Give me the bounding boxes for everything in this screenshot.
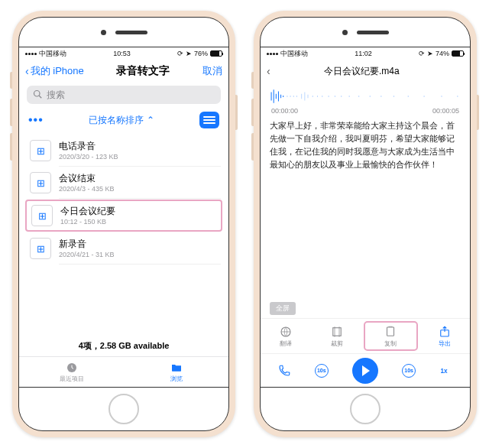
chevron-left-icon: ‹ — [25, 66, 29, 76]
file-name: 会议结束 — [59, 173, 115, 185]
waveform[interactable] — [261, 83, 470, 106]
carrier-label: 中国移动 — [39, 49, 66, 59]
back-label: 我的 iPhone — [31, 64, 84, 78]
sort-label-text: 已按名称排序 — [89, 114, 144, 127]
home-button[interactable] — [108, 394, 139, 424]
file-name: 新录音 — [59, 239, 115, 251]
audio-file-icon: ⊞ — [30, 238, 51, 259]
tab-recent[interactable]: 最近项目 — [19, 357, 124, 387]
transcript-text[interactable]: 大家早上好，非常荣幸能给大家主持这个晨会，首先做一下自我介绍，我叫夏明芬，希望大… — [270, 119, 461, 171]
location-icon: ➤ — [427, 50, 433, 57]
file-name: 今日会议纪要 — [60, 206, 115, 218]
tab-bar: 最近项目 浏览 — [19, 356, 228, 387]
sort-button[interactable]: 已按名称排序 ⌃ — [89, 114, 154, 127]
tool-label: 导出 — [439, 339, 451, 348]
tool-label: 裁剪 — [331, 339, 343, 348]
tool-translate[interactable]: 翻译 — [261, 319, 312, 353]
cancel-button[interactable]: 取消 — [202, 64, 222, 78]
chevron-up-icon: ⌃ — [147, 115, 154, 125]
tab-label: 浏览 — [170, 375, 183, 383]
clock: 10:53 — [113, 50, 131, 57]
tool-row: 翻译 裁剪 复制 导出 — [261, 318, 470, 353]
clock: 11:02 — [355, 50, 372, 57]
file-meta: 10:12 - 150 KB — [60, 218, 115, 226]
fullscreen-button[interactable]: 全屏 — [270, 302, 296, 315]
tab-label: 最近项目 — [60, 375, 84, 383]
phone-left: 中国移动 10:53 ⟳ ➤ 76% ‹ 我的 iPhone 录音转文字 取消 — [12, 11, 235, 437]
search-icon — [33, 89, 42, 101]
back-button[interactable]: ‹ — [267, 66, 270, 76]
battery-icon — [210, 50, 222, 57]
tool-export[interactable]: 导出 — [419, 319, 471, 353]
audio-file-icon: ⊞ — [31, 205, 53, 226]
search-input[interactable]: 搜索 — [27, 86, 221, 104]
svg-rect-32 — [333, 327, 342, 336]
status-bar: 中国移动 11:02 ⟳ ➤ 74% — [261, 47, 470, 60]
svg-text:1x: 1x — [441, 368, 449, 375]
signal-icon — [267, 53, 278, 55]
rotation-lock-icon: ⟳ — [177, 50, 183, 57]
page-title: 录音转文字 — [116, 64, 170, 78]
rotation-lock-icon: ⟳ — [419, 50, 425, 57]
file-meta: 2020/4/3 - 435 KB — [59, 185, 115, 193]
phone-right: 中国移动 11:02 ⟳ ➤ 74% ‹ 今日会议纪要.m4a — [254, 11, 477, 437]
trim-icon — [329, 325, 345, 339]
battery-icon — [452, 50, 464, 57]
time-end: 00:00:05 — [432, 107, 459, 115]
search-placeholder: 搜索 — [47, 89, 65, 102]
time-start: 00:00:00 — [271, 107, 298, 115]
file-row[interactable]: ⊞ 电话录音 2020/3/20 - 123 KB — [19, 135, 228, 167]
skip-back-button[interactable]: 10s — [315, 364, 329, 378]
file-meta: 2020/4/21 - 31 KB — [59, 251, 115, 258]
audio-file-icon: ⊞ — [30, 140, 51, 161]
battery-pct: 76% — [194, 50, 208, 57]
folder-icon — [170, 362, 183, 374]
carrier-label: 中国移动 — [280, 49, 308, 59]
file-row-highlighted[interactable]: ⊞ 今日会议纪要 10:12 - 150 KB — [25, 200, 222, 232]
clock-icon — [65, 362, 79, 374]
file-row[interactable]: ⊞ 新录音 2020/4/21 - 31 KB — [19, 232, 228, 265]
export-icon — [437, 325, 452, 339]
tool-label: 翻译 — [280, 339, 292, 348]
copy-icon — [383, 325, 398, 339]
tool-copy[interactable]: 复制 — [364, 321, 418, 351]
signal-icon — [25, 53, 37, 55]
tab-browse[interactable]: 浏览 — [124, 357, 228, 387]
view-list-button[interactable] — [199, 112, 219, 128]
file-row[interactable]: ⊞ 会议结束 2020/4/3 - 435 KB — [19, 167, 228, 199]
tool-label: 复制 — [384, 339, 397, 348]
back-button[interactable]: ‹ 我的 iPhone — [25, 64, 84, 78]
play-button[interactable] — [352, 358, 378, 384]
audio-file-icon: ⊞ — [30, 172, 51, 193]
call-icon[interactable] — [277, 364, 291, 378]
location-icon: ➤ — [186, 50, 192, 57]
more-menu-button[interactable]: ••• — [28, 113, 44, 127]
battery-pct: 74% — [436, 50, 449, 57]
svg-point-0 — [34, 90, 40, 96]
svg-rect-35 — [387, 327, 394, 336]
storage-footer: 4项，2.58 GB available — [19, 337, 228, 356]
nav-bar: ‹ 今日会议纪要.m4a — [261, 60, 470, 83]
translate-icon — [278, 325, 293, 339]
skip-forward-button[interactable]: 10s — [402, 364, 416, 378]
file-list: ⊞ 电话录音 2020/3/20 - 123 KB ⊞ 会议结束 2020/4/… — [19, 133, 228, 337]
file-meta: 2020/3/20 - 123 KB — [59, 153, 118, 161]
home-button[interactable] — [350, 394, 381, 424]
status-bar: 中国移动 10:53 ⟳ ➤ 76% — [19, 47, 228, 60]
file-name: 电话录音 — [59, 141, 118, 153]
tool-trim[interactable]: 裁剪 — [312, 319, 363, 353]
play-row: 10s 10s 1x — [261, 353, 470, 387]
nav-bar: ‹ 我的 iPhone 录音转文字 取消 — [19, 60, 228, 83]
page-title: 今日会议纪要.m4a — [324, 65, 400, 78]
speed-button[interactable]: 1x — [439, 364, 453, 378]
svg-line-1 — [39, 96, 41, 98]
